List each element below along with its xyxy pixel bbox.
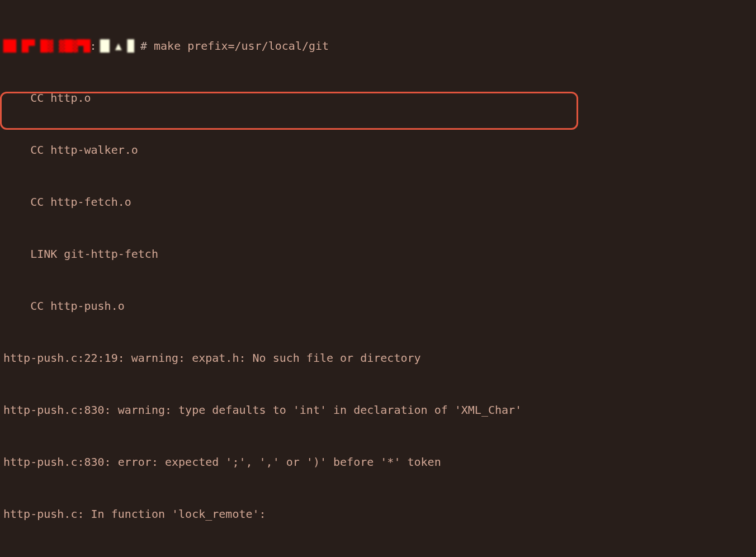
prompt-user-redacted: ██ █▀ █▓ ▓█▓▀█ <box>3 39 90 53</box>
output-line: LINK git-http-fetch <box>0 246 756 263</box>
prompt-colon: : <box>90 39 97 53</box>
output-line: http-push.c:830: error: expected ';', ',… <box>0 454 756 471</box>
terminal-window[interactable]: ██ █▀ █▓ ▓█▓▀█:▐█ ▲ █ # make prefix=/usr… <box>0 0 756 557</box>
output-line: http-push.c: In function 'lock_remote': <box>0 506 756 523</box>
prompt-line: ██ █▀ █▓ ▓█▓▀█:▐█ ▲ █ # make prefix=/usr… <box>0 37 756 55</box>
output-line: http-push.c:22:19: warning: expat.h: No … <box>0 350 756 367</box>
output-line: http-push.c:830: warning: type defaults … <box>0 402 756 419</box>
prompt-hash: # <box>140 39 147 53</box>
prompt-path-redacted: ▐█ ▲ █ <box>97 39 134 53</box>
output-line: CC http-fetch.o <box>0 193 756 211</box>
output-line: CC http-walker.o <box>0 141 756 159</box>
output-line: CC http-push.o <box>0 298 756 315</box>
output-line: CC http.o <box>0 89 756 107</box>
command-text: make prefix=/usr/local/git <box>154 39 329 53</box>
